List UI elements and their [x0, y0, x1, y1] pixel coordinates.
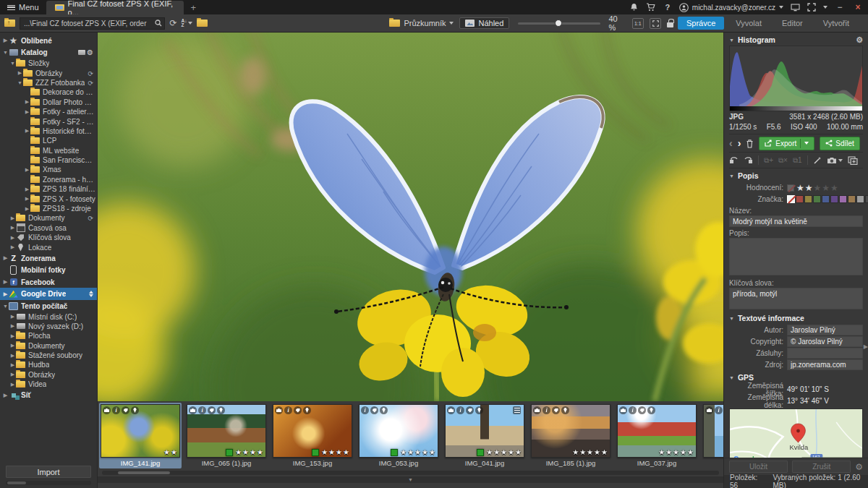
tree-item[interactable]: Fotky - SF2 - Ho... — [0, 116, 97, 126]
expand-right-icon[interactable]: ▶ — [2, 279, 9, 285]
export-button[interactable]: Export — [759, 137, 814, 150]
filmstrip-collapse-bar[interactable]: ▼ — [98, 476, 723, 483]
tab-spravce[interactable]: Správce — [678, 17, 724, 30]
account-menu[interactable]: michal.zavacky@zoner.cz — [679, 3, 783, 12]
label-swatch[interactable] — [796, 195, 804, 203]
expand-right-icon[interactable]: ▶ — [24, 206, 30, 212]
copyright-input[interactable] — [787, 336, 863, 347]
notifications-bell-icon[interactable] — [629, 2, 639, 12]
keywords-textarea[interactable]: příroda, motýl — [729, 288, 863, 309]
filmstrip-scrollbar[interactable] — [102, 471, 719, 475]
thumbnail-image[interactable]: ★★★★★ — [445, 404, 524, 458]
menu-button[interactable]: Menu — [0, 0, 46, 14]
popis-textarea[interactable] — [729, 238, 863, 275]
tree-item[interactable]: ▶Obrázky — [0, 370, 97, 380]
tree-item[interactable]: ▶Oblíbené — [0, 35, 97, 47]
filmstrip-item[interactable]: ★★★★★IMG_041.jpg — [443, 403, 526, 468]
expand-down-icon[interactable]: ▼ — [17, 80, 23, 85]
fit-to-screen-button[interactable] — [650, 18, 661, 29]
filmstrip-item[interactable]: ★★★★★IMG_053.jpg — [357, 403, 440, 468]
thumbnail-image[interactable] — [703, 404, 723, 458]
tree-item[interactable]: ▶Dokumenty — [0, 341, 97, 350]
label-swatch[interactable] — [856, 195, 864, 203]
expand-right-icon[interactable]: ▶ — [9, 225, 16, 231]
text-info-section-header[interactable]: ▼ Textové informace — [729, 312, 863, 324]
sort-button[interactable]: A↓Z — [181, 19, 192, 27]
view-mode-dropdown[interactable]: Průzkumník — [389, 19, 454, 27]
tree-item[interactable]: ▶Místní disk (C:) — [0, 312, 97, 321]
thumbnail-image[interactable]: ★★★★★ — [359, 404, 438, 458]
folder-up-icon[interactable]: ↑ — [4, 20, 15, 27]
tab-vyvolat[interactable]: Vyvolat — [727, 17, 770, 30]
document-tab[interactable]: Final CZ fotoset ZPS X (EXIF, o... — [46, 1, 184, 14]
rating-star[interactable]: ★ — [822, 184, 830, 192]
trash-icon[interactable] — [746, 139, 754, 148]
tree-item[interactable]: ▶ZPS 18 finální fo... — [0, 184, 97, 194]
filmstrip-item[interactable]: ★★★★IMG_153.jpg — [271, 403, 354, 468]
gps-map[interactable]: Kvilda 167 Map data ©2016 Google Google — [729, 408, 863, 458]
tab-editor[interactable]: Editor — [773, 17, 812, 30]
thumbnail-image[interactable]: ★★★★★ — [531, 404, 610, 458]
label-swatch[interactable] — [848, 195, 856, 203]
expand-right-icon[interactable]: ▶ — [9, 323, 16, 329]
chevron-down-icon[interactable] — [823, 6, 827, 9]
tab-vytvorit[interactable]: Vytvořit — [814, 17, 858, 30]
new-folder-icon[interactable] — [197, 20, 208, 27]
panel-collapse-handle[interactable]: ▶ — [864, 343, 868, 350]
expand-right-icon[interactable]: ▶ — [2, 38, 9, 43]
minimize-button[interactable]: − — [834, 2, 846, 12]
expand-right-icon[interactable]: ▶ — [9, 353, 16, 359]
tree-item[interactable]: ▶Hudba — [0, 360, 97, 369]
expand-right-icon[interactable]: ▶ — [24, 109, 30, 115]
path-search-box[interactable] — [20, 17, 165, 30]
histogram-section-header[interactable]: ▼ Histogram ⚙ — [729, 34, 863, 46]
label-swatch[interactable] — [804, 195, 812, 203]
preview-toggle[interactable]: Náhled — [459, 17, 509, 29]
tree-item[interactable]: Dekorace do M... — [0, 87, 97, 97]
close-button[interactable]: × — [852, 2, 864, 12]
tree-item[interactable]: San Francisco - ... — [0, 155, 97, 165]
expand-right-icon[interactable]: ▶ — [9, 362, 16, 368]
tree-item[interactable]: ▶Dokumenty — [0, 213, 97, 223]
tree-item[interactable]: ▶Nový svazek (D:) — [0, 322, 97, 331]
tree-item[interactable]: ▼Katalog — [0, 47, 97, 59]
cart-icon[interactable] — [646, 2, 656, 12]
rating-star[interactable]: ★ — [796, 184, 804, 192]
refresh-icon[interactable]: ⟳ — [169, 19, 176, 27]
thumbnail-image[interactable]: ★★★★★ — [617, 404, 697, 458]
expand-down-icon[interactable]: ▼ — [2, 50, 9, 55]
tree-item[interactable]: ▶Stažené soubory — [0, 351, 97, 360]
share-button[interactable]: Sdílet — [820, 137, 860, 150]
sidebar-scrollbar[interactable] — [6, 481, 91, 485]
expand-right-icon[interactable]: ▶ — [2, 393, 9, 398]
tree-item[interactable]: ▶Fotky - atelier - ... — [0, 107, 97, 116]
label-swatch[interactable] — [839, 195, 847, 203]
sync-icon[interactable] — [88, 214, 93, 222]
import-button[interactable]: Import — [6, 466, 91, 478]
tree-item[interactable]: ▶Lokace — [0, 242, 97, 252]
label-swatch[interactable] — [865, 195, 868, 203]
fullscreen-icon[interactable] — [807, 2, 817, 12]
rating-star[interactable]: ★ — [814, 184, 822, 192]
thumbnail-image[interactable]: ★★ — [101, 404, 180, 458]
copy-stack-icon[interactable] — [848, 156, 858, 165]
expand-right-icon[interactable]: ▶ — [9, 215, 16, 221]
expand-right-icon[interactable]: ▶ — [9, 244, 16, 250]
expand-down-icon[interactable]: ▼ — [9, 61, 16, 66]
tree-item[interactable]: ▼ZZZ Fotobanka — [0, 78, 97, 87]
nazev-input[interactable] — [729, 215, 863, 227]
expand-right-icon[interactable]: ▶ — [17, 70, 23, 76]
rating-star[interactable]: ★ — [830, 184, 838, 192]
next-photo-button[interactable]: › — [738, 138, 741, 148]
filmstrip-item[interactable]: ★★★★★IMG_037.jpg — [616, 403, 698, 468]
develop-dropdown[interactable] — [827, 157, 843, 164]
expand-right-icon[interactable]: ▶ — [9, 382, 16, 388]
zasluhy-input[interactable] — [787, 348, 863, 359]
histogram-settings-gear-icon[interactable]: ⚙ — [856, 35, 863, 45]
expand-right-icon[interactable]: ▶ — [9, 372, 16, 377]
zoom-one-to-one-button[interactable]: 1:1 — [632, 18, 644, 29]
quick-edit-wand-icon[interactable] — [813, 156, 822, 165]
popis-section-header[interactable]: ▼ Popis — [729, 170, 863, 181]
fplus-icon[interactable] — [78, 48, 85, 56]
expand-down-icon[interactable]: ▼ — [2, 304, 9, 309]
